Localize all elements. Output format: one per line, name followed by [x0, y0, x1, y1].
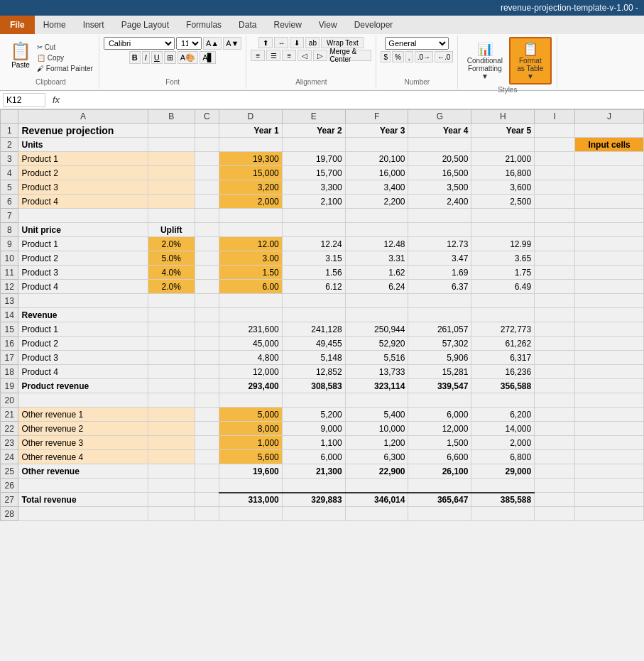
cell-F10[interactable]: 3.31 [345, 251, 408, 266]
col-header-g[interactable]: G [408, 110, 471, 124]
cell-H20[interactable] [471, 393, 535, 408]
cell-F11[interactable]: 1.62 [345, 266, 408, 280]
cell-D19[interactable]: 293,400 [219, 379, 282, 393]
align-middle-button[interactable]: ↔ [274, 37, 288, 48]
cell-F3[interactable]: 20,100 [345, 152, 408, 166]
cell-G27[interactable]: 365,647 [408, 493, 471, 507]
cell-B16[interactable] [148, 337, 195, 351]
cell-H3[interactable]: 21,000 [471, 152, 535, 166]
col-header-f[interactable]: F [345, 110, 408, 124]
col-header-d[interactable]: D [219, 110, 282, 124]
cell-F21[interactable]: 5,400 [345, 408, 408, 422]
cell-A28[interactable] [18, 507, 148, 521]
cell-I17[interactable] [535, 351, 575, 365]
cell-I24[interactable] [535, 450, 575, 464]
cell-H8[interactable] [471, 223, 535, 237]
col-header-c[interactable]: C [195, 110, 219, 124]
cell-I14[interactable] [535, 308, 575, 322]
cell-B28[interactable] [148, 507, 195, 521]
tab-review[interactable]: Review [265, 16, 310, 34]
cell-G28[interactable] [408, 507, 471, 521]
cell-F2[interactable] [345, 138, 408, 152]
col-header-b[interactable]: B [148, 110, 195, 124]
cell-F12[interactable]: 6.24 [345, 280, 408, 294]
cell-J15[interactable] [575, 322, 644, 337]
cell-A14[interactable]: Revenue [18, 308, 148, 322]
cell-E14[interactable] [282, 308, 345, 322]
cell-B11[interactable]: 4.0% [148, 266, 195, 280]
cell-A15[interactable]: Product 1 [18, 322, 148, 337]
cell-C4[interactable] [195, 166, 219, 180]
format-as-table-button[interactable]: 📋 Formatas Table ▼ [509, 37, 552, 84]
cell-E23[interactable]: 1,100 [282, 436, 345, 450]
cell-E3[interactable]: 19,700 [282, 152, 345, 166]
row-header-27[interactable]: 27 [1, 493, 18, 507]
cell-A22[interactable]: Other revenue 2 [18, 422, 148, 436]
cell-F16[interactable]: 52,920 [345, 337, 408, 351]
tab-home[interactable]: Home [35, 16, 75, 34]
cell-C16[interactable] [195, 337, 219, 351]
cell-I28[interactable] [535, 507, 575, 521]
cell-B23[interactable] [148, 436, 195, 450]
cell-B17[interactable] [148, 351, 195, 365]
cell-C23[interactable] [195, 436, 219, 450]
align-right-button[interactable]: ≡ [282, 50, 296, 61]
row-header-10[interactable]: 10 [1, 251, 18, 266]
cell-J10[interactable] [575, 251, 644, 266]
cell-H9[interactable]: 12.99 [471, 237, 535, 251]
row-header-22[interactable]: 22 [1, 422, 18, 436]
copy-button[interactable]: 📋 Copy [36, 53, 94, 62]
cell-H23[interactable]: 2,000 [471, 436, 535, 450]
cell-B2[interactable] [148, 138, 195, 152]
font-name-select[interactable]: Calibri [104, 37, 175, 50]
cell-E10[interactable]: 3.15 [282, 251, 345, 266]
cell-B21[interactable] [148, 408, 195, 422]
cell-C1[interactable] [195, 124, 219, 138]
cell-F25[interactable]: 22,900 [345, 464, 408, 479]
cut-button[interactable]: ✂ Cut [36, 43, 94, 52]
cell-J9[interactable] [575, 237, 644, 251]
cell-B22[interactable] [148, 422, 195, 436]
cell-B19[interactable] [148, 379, 195, 393]
cell-D25[interactable]: 19,600 [219, 464, 282, 479]
decrease-font-button[interactable]: A▼ [223, 37, 241, 50]
align-top-button[interactable]: ⬆ [258, 37, 273, 48]
cell-J27[interactable] [575, 493, 644, 507]
row-header-14[interactable]: 14 [1, 308, 18, 322]
cell-B20[interactable] [148, 393, 195, 408]
row-header-4[interactable]: 4 [1, 166, 18, 180]
merge-center-button[interactable]: Merge & Center [329, 50, 371, 61]
cell-G13[interactable] [408, 294, 471, 308]
increase-font-button[interactable]: A▲ [203, 37, 222, 50]
tab-insert[interactable]: Insert [75, 16, 113, 34]
cell-H25[interactable]: 29,000 [471, 464, 535, 479]
cell-I26[interactable] [535, 479, 575, 493]
cell-J23[interactable] [575, 436, 644, 450]
cell-J17[interactable] [575, 351, 644, 365]
cell-D4[interactable]: 15,000 [219, 166, 282, 180]
cell-F8[interactable] [345, 223, 408, 237]
cell-G26[interactable] [408, 479, 471, 493]
cell-C24[interactable] [195, 450, 219, 464]
col-header-j[interactable]: J [575, 110, 644, 124]
cell-C18[interactable] [195, 365, 219, 379]
tab-formulas[interactable]: Formulas [178, 16, 230, 34]
orientation-button[interactable]: ab [305, 37, 320, 48]
number-format-select[interactable]: General [385, 37, 449, 50]
cell-D21[interactable]: 5,000 [219, 408, 282, 422]
cell-F5[interactable]: 3,400 [345, 180, 408, 195]
cell-A7[interactable] [18, 209, 148, 223]
cell-G1[interactable]: Year 4 [408, 124, 471, 138]
cell-G19[interactable]: 339,547 [408, 379, 471, 393]
row-header-6[interactable]: 6 [1, 195, 18, 209]
align-left-button[interactable]: ≡ [251, 50, 265, 61]
format-painter-button[interactable]: 🖌 Format Painter [36, 64, 94, 73]
cell-E1[interactable]: Year 2 [282, 124, 345, 138]
cell-C19[interactable] [195, 379, 219, 393]
cell-F9[interactable]: 12.48 [345, 237, 408, 251]
cell-I25[interactable] [535, 464, 575, 479]
cell-G17[interactable]: 5,906 [408, 351, 471, 365]
cell-C15[interactable] [195, 322, 219, 337]
cell-H6[interactable]: 2,500 [471, 195, 535, 209]
cell-H12[interactable]: 6.49 [471, 280, 535, 294]
